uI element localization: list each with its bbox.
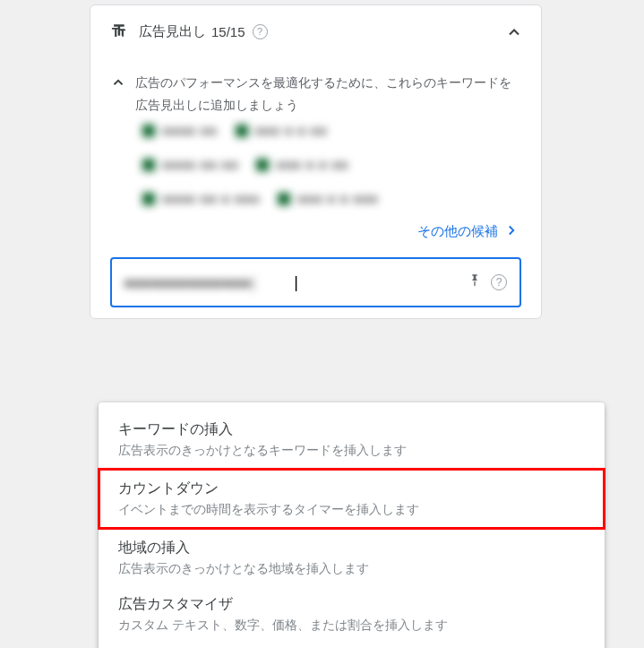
- help-icon[interactable]: ?: [491, 274, 507, 290]
- plus-icon: [236, 125, 248, 137]
- keyword-row: ■■■■ ■■ ■■■ ■ ■ ■■: [142, 124, 521, 138]
- svg-text:T: T: [120, 29, 126, 39]
- chevron-up-icon[interactable]: [110, 74, 126, 94]
- dropdown-item-ad-customizer[interactable]: 広告カスタマイザ カスタム テキスト、数字、価格、または割合を挿入します: [99, 586, 605, 643]
- more-candidates-label: その他の候補: [417, 223, 498, 240]
- plus-icon: [142, 193, 155, 205]
- dropdown-item-title: カウントダウン: [118, 480, 585, 498]
- keyword-text: ■■■■ ■■: [162, 124, 218, 138]
- headline-input[interactable]: ■■■■■■■■■■■■■■{ | ?: [110, 257, 521, 307]
- headlines-panel: TT 広告見出し 15/15 ? 広告のパフォーマンスを最適化するために、これら…: [90, 4, 542, 319]
- keyword-suggestions: ■■■■ ■■ ■■■ ■ ■ ■■ ■■■■ ■■ ■■ ■■■ ■ ■ ■■…: [110, 117, 521, 206]
- plus-icon: [142, 159, 155, 171]
- panel-title: 広告見出し: [139, 23, 206, 40]
- pin-icon[interactable]: [468, 273, 482, 291]
- panel-count: 15/15: [211, 24, 245, 39]
- dropdown-item-location-insert[interactable]: 地域の挿入 広告表示のきっかけとなる地域を挿入します: [99, 530, 605, 586]
- svg-text:T: T: [112, 25, 120, 39]
- dropdown-item-title: 広告カスタマイザ: [118, 595, 585, 614]
- chevron-right-icon: [503, 222, 519, 241]
- chevron-up-icon[interactable]: [505, 23, 521, 39]
- dropdown-item-countdown[interactable]: カウントダウン イベントまでの時間を表示するタイマーを挿入します: [98, 468, 605, 530]
- text-type-icon: TT: [110, 22, 130, 41]
- keyword-chip[interactable]: ■■■ ■ ■ ■■: [256, 158, 348, 172]
- more-candidates-link[interactable]: その他の候補: [417, 222, 519, 241]
- keyword-text: ■■■■ ■■ ■ ■■■: [162, 192, 260, 206]
- dropdown-item-keyword-insert[interactable]: キーワードの挿入 広告表示のきっかけとなるキーワードを挿入します: [99, 411, 605, 468]
- keyword-chip[interactable]: ■■■■ ■■ ■ ■■■: [142, 192, 260, 206]
- text-cursor: |: [294, 273, 298, 292]
- help-icon[interactable]: ?: [253, 24, 268, 39]
- suggestion-text: 広告のパフォーマンスを最適化するために、これらのキーワードを広告見出しに追加しま…: [135, 72, 521, 117]
- panel-header[interactable]: TT 広告見出し 15/15 ?: [90, 5, 541, 56]
- keyword-chip[interactable]: ■■■■ ■■ ■■: [142, 158, 238, 172]
- dropdown-item-title: 地域の挿入: [118, 539, 585, 557]
- dropdown-item-title: キーワードの挿入: [118, 420, 585, 439]
- insert-dropdown: キーワードの挿入 広告表示のきっかけとなるキーワードを挿入します カウントダウン…: [99, 402, 605, 648]
- keyword-row: ■■■■ ■■ ■■ ■■■ ■ ■ ■■: [142, 158, 521, 172]
- plus-icon: [256, 159, 269, 171]
- keyword-text: ■■■ ■ ■ ■■: [276, 158, 348, 172]
- keyword-chip[interactable]: ■■■ ■ ■ ■■■: [278, 192, 378, 206]
- plus-icon: [142, 125, 155, 137]
- keyword-chip[interactable]: ■■■ ■ ■ ■■: [236, 124, 328, 138]
- dropdown-item-desc: カスタム テキスト、数字、価格、または割合を挿入します: [118, 618, 585, 634]
- more-candidates-row: その他の候補: [110, 222, 521, 241]
- keyword-row: ■■■■ ■■ ■ ■■■ ■■■ ■ ■ ■■■: [142, 192, 521, 206]
- keyword-text: ■■■ ■ ■ ■■: [255, 124, 328, 138]
- panel-title-wrap: TT 広告見出し 15/15 ?: [110, 22, 268, 41]
- keyword-text: ■■■ ■ ■ ■■■: [297, 192, 378, 206]
- plus-icon: [278, 193, 290, 205]
- keyword-text: ■■■■ ■■ ■■: [162, 158, 238, 172]
- input-value-blurred: ■■■■■■■■■■■■■■{: [125, 275, 294, 290]
- dropdown-item-desc: イベントまでの時間を表示するタイマーを挿入します: [118, 502, 585, 518]
- suggestion-row[interactable]: 広告のパフォーマンスを最適化するために、これらのキーワードを広告見出しに追加しま…: [110, 56, 521, 117]
- dropdown-item-desc: 広告表示のきっかけとなる地域を挿入します: [118, 561, 585, 577]
- keyword-chip[interactable]: ■■■■ ■■: [142, 124, 218, 138]
- dropdown-item-desc: 広告表示のきっかけとなるキーワードを挿入します: [118, 443, 585, 459]
- suggestion-block: 広告のパフォーマンスを最適化するために、これらのキーワードを広告見出しに追加しま…: [90, 56, 541, 318]
